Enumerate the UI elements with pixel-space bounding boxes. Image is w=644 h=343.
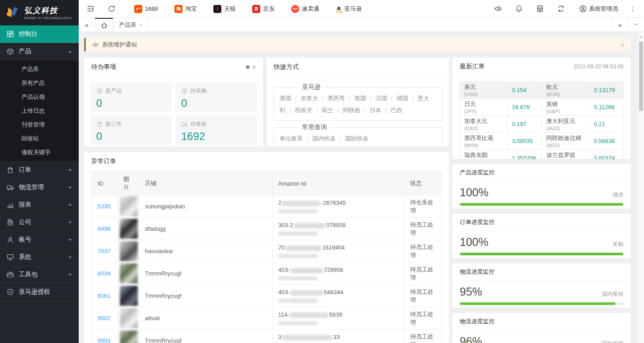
product-image <box>120 330 138 343</box>
shortcut-link[interactable]: 德国 <box>397 95 408 102</box>
shortcut-link[interactable]: 美国 <box>280 95 291 102</box>
progress-bar <box>460 203 623 206</box>
todo-tile-label: 新产品 <box>106 87 122 95</box>
tabs-scroll-right-button[interactable]: » <box>612 18 628 32</box>
sidebar-subitem-recycle-bin[interactable]: 回收站 <box>0 131 79 145</box>
content-scrollbar[interactable]: ▲ <box>638 33 644 343</box>
user-menu[interactable]: 系统管理员 <box>579 5 618 13</box>
sidebar-subitem-all-products[interactable]: 所有产品 <box>0 76 79 90</box>
more-menu-icon[interactable]: ⋮ <box>630 5 636 13</box>
order-id-link[interactable]: 9502 <box>97 315 110 322</box>
rates-card-title: 最新汇率 <box>460 63 485 71</box>
redacted-segment <box>294 223 325 229</box>
tabs-menu-button[interactable] <box>628 18 644 32</box>
taobao-icon: 淘 <box>174 5 182 13</box>
marketplace-link-amazon[interactable]: a亚马逊 <box>336 4 362 13</box>
order-id-link[interactable]: 9161 <box>97 292 110 299</box>
refresh-icon[interactable] <box>108 5 115 13</box>
link-separator: | <box>337 107 339 114</box>
marketplace-link-1688[interactable]: 1688 <box>134 5 158 13</box>
product-image <box>120 308 138 328</box>
content: 系统维护通知 × 待办事项 新产品0待采购0新订单0待签收1692 <box>79 33 644 343</box>
order-shop-cell: aihuili <box>140 307 273 330</box>
menu-fold-icon[interactable] <box>87 5 94 13</box>
marketplace-link-tmall[interactable]: T天猫 <box>213 5 236 13</box>
sidebar-item-amazon-auth[interactable]: 亚马逊授权 <box>0 284 79 301</box>
tab-home[interactable] <box>95 18 113 32</box>
sidebar-item-toolkit[interactable]: 工具包▼ <box>0 266 79 284</box>
orders-column-header: ID <box>92 172 118 195</box>
currency-name: 瑞典克朗(SEK) <box>460 150 507 160</box>
shortcut-link[interactable]: 英国 <box>354 95 366 102</box>
rate-row: 日元(JPY)16.876英镑(GBP)0.11288 <box>460 99 624 116</box>
sidebar-item-product[interactable]: 产品▲ <box>0 43 79 60</box>
progress-bar-fill <box>460 253 623 255</box>
carousel-dot[interactable] <box>252 65 256 69</box>
sidebar-subitem-listing-management[interactable]: 刊登管理 <box>0 118 79 131</box>
tab-label: 产品库 <box>119 21 136 29</box>
shortcut-link[interactable]: 西班牙 <box>295 107 312 114</box>
redacted-segment <box>282 201 320 206</box>
tabs-scroll-left-button[interactable]: « <box>79 18 95 32</box>
order-id-link[interactable]: 8034 <box>97 270 110 277</box>
sidebar-subitem-product-claim[interactable]: 产品认领 <box>0 90 79 104</box>
rates-timestamp: 2021-08-20 06:53:09 <box>574 64 623 70</box>
marketplace-link-aliexpress[interactable]: 速卖通 <box>291 5 319 13</box>
shortcut-link[interactable]: 阿联酋 <box>343 107 360 114</box>
sidebar-subitem-product-library[interactable]: 产品库 <box>0 62 79 76</box>
sidebar-subitem-upload-log[interactable]: 上传日志 <box>0 104 79 118</box>
marketplace-label: 亚马逊 <box>344 5 362 13</box>
order-row: 5335xuhongjiajvdian2-2676345待仓库处理 <box>92 195 442 218</box>
marketplace-link-jd[interactable]: 京京东 <box>252 5 275 13</box>
notice-close-icon[interactable]: × <box>620 41 624 49</box>
tab-product-library[interactable]: 产品库 × <box>113 18 148 32</box>
shortcut-link[interactable]: 日本 <box>370 107 381 114</box>
rate-row: 瑞典克朗(SEK)1.353706波兰兹罗提(PLN)0.60374 <box>460 150 624 160</box>
marketplace-label: 天猫 <box>224 5 236 13</box>
sidebar-item-company[interactable]: 公司▼ <box>0 214 79 231</box>
shortcut-link[interactable]: 加拿大 <box>301 95 318 102</box>
order-id-link[interactable]: 7037 <box>97 248 110 254</box>
sidebar-item-account[interactable]: 账号▼ <box>0 231 79 249</box>
link-separator: | <box>364 107 365 114</box>
monitor-percent: 96% <box>460 335 482 343</box>
sidebar-item-report[interactable]: 报表▼ <box>0 196 79 214</box>
order-id-link[interactable]: 6498 <box>97 225 110 232</box>
scrollbar-up-icon[interactable]: ▲ <box>638 33 644 38</box>
redacted-line <box>278 232 318 236</box>
sidebar-item-system[interactable]: 系统▼ <box>0 249 79 266</box>
link-separator: | <box>391 95 393 102</box>
progress-bar-fill <box>460 203 623 206</box>
shortcut-link[interactable]: 墨西哥 <box>327 95 345 102</box>
shortcut-link[interactable]: 荷兰 <box>322 107 333 114</box>
shortcut-group: 常用查询单位换算|国内快递|国际快递 <box>274 123 442 147</box>
sidebar-item-order[interactable]: 订单▼ <box>0 161 79 179</box>
order-id-link[interactable]: 9993 <box>97 337 110 343</box>
sidebar-item-label: 工具包 <box>19 271 38 279</box>
shortcut-link[interactable]: 国际快递 <box>345 135 368 142</box>
close-tab-icon[interactable]: × <box>139 22 143 28</box>
order-id-link[interactable]: 5335 <box>97 203 110 210</box>
shortcut-link[interactable]: 法国 <box>376 95 387 102</box>
notice-bar: 系统维护通知 × <box>84 38 631 51</box>
sidebar-item-console[interactable]: 控制台 <box>0 25 79 43</box>
announcement-icon[interactable] <box>494 5 502 13</box>
notice-text: 系统维护通知 <box>102 41 137 49</box>
todo-tile-label: 待采购 <box>191 87 207 95</box>
order-shop-cell: TmmnRrycugf <box>140 285 273 307</box>
calculator-icon[interactable] <box>536 5 544 13</box>
sidebar-item-logistics[interactable]: 物流管理▼ <box>0 179 79 196</box>
scrollbar-thumb[interactable] <box>639 42 643 111</box>
orders-column-header: 图片 <box>118 172 140 195</box>
carousel-dot-active[interactable] <box>246 65 250 69</box>
shortcut-group: 亚马逊美国|加拿大|墨西哥|英国|法国|德国|意大利|西班牙|荷兰|阿联酋|日本… <box>274 83 442 121</box>
order-row: 9993TmmnRrycugf333待员工处理 <box>92 330 442 343</box>
exchange-rate-icon[interactable] <box>557 5 565 13</box>
sidebar-subitem-infringement-keywords[interactable]: 侵权关键字 <box>0 145 79 159</box>
bell-icon[interactable] <box>515 5 523 13</box>
cube-icon <box>96 88 103 94</box>
shortcut-link[interactable]: 巴西 <box>391 107 402 114</box>
shortcut-link[interactable]: 国内快递 <box>312 135 335 142</box>
marketplace-link-taobao[interactable]: 淘淘宝 <box>174 5 197 13</box>
shortcut-link[interactable]: 单位换算 <box>280 135 303 142</box>
